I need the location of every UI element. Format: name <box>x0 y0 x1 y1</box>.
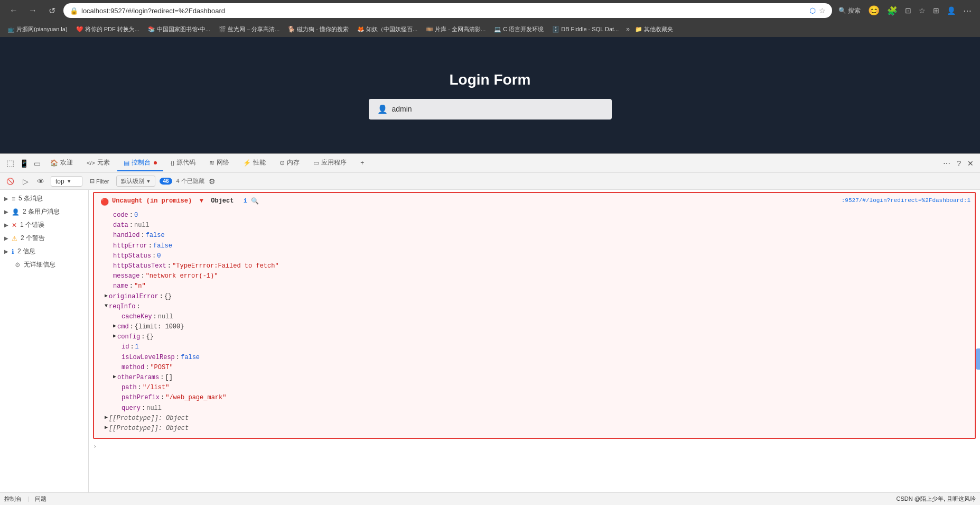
messages-count: 5 条消息 <box>18 194 43 203</box>
more-button[interactable]: ⋯ <box>961 4 974 18</box>
extensions-button[interactable]: 🧩 <box>885 4 900 18</box>
expand-proto1-icon[interactable]: ▶ <box>105 414 108 422</box>
error-icon: ✕ <box>12 222 17 229</box>
devtools-panel-btn[interactable]: ▭ <box>32 157 43 170</box>
sidebar-item-errors[interactable]: ▶ ✕ 1 个错误 <box>0 218 88 232</box>
verbose-count: 无详细信息 <box>24 260 55 269</box>
obj-field-data: data : null <box>105 221 968 231</box>
expand-otherParams-icon[interactable]: ▶ <box>113 373 116 381</box>
expand-errors-icon: ▶ <box>4 222 8 228</box>
profile-button[interactable]: 😊 <box>866 3 882 19</box>
expand-config-icon[interactable]: ▶ <box>113 332 116 341</box>
level-filter-btn[interactable]: 默认级别 ▼ <box>116 176 155 187</box>
tab-sources[interactable]: {} 源代码 <box>164 155 202 171</box>
bookmark-star[interactable]: ☆ <box>917 4 928 17</box>
star-icon[interactable]: ☆ <box>819 6 826 15</box>
expand-proto2-icon[interactable]: ▶ <box>105 424 108 432</box>
object-tree: code : 0 data : null handled <box>100 210 968 434</box>
sidebar-item-info[interactable]: ▶ ℹ 2 信息 <box>0 245 88 258</box>
sidebar-item-user-messages[interactable]: ▶ 👤 2 条用户消息 <box>0 205 88 218</box>
obj-field-originalError[interactable]: ▶ originalError : {} <box>105 292 968 302</box>
bookmark-7[interactable]: 💻 C 语言开发环境 <box>491 24 547 34</box>
page-content: Login Form 👤 admin <box>0 37 980 153</box>
status-problems-label[interactable]: 问题 <box>35 495 46 502</box>
bookmark-6[interactable]: 🎞️ 片库 - 全网高清影... <box>423 24 489 34</box>
level-filter-container: 默认级别 ▼ <box>116 176 155 187</box>
tab-performance[interactable]: ⚡ 性能 <box>237 155 272 171</box>
devtools-toolbar-actions: ⋯ ? ✕ <box>941 157 976 170</box>
tab-network[interactable]: ≋ 网络 <box>203 155 236 171</box>
filter-button[interactable]: ⊟ Filter <box>87 177 112 186</box>
obj-field-httpStatusText: httpStatusText : "TypeErrror:Failed to f… <box>105 261 968 271</box>
tab-elements[interactable]: </> 元素 <box>80 155 116 171</box>
bookmark-0[interactable]: 📺 片源网(pianyuan.la) <box>4 24 71 34</box>
obj-field-id: id : 1 <box>113 342 968 352</box>
bookmark-2[interactable]: 📚 中国国家图书馆•中... <box>145 24 213 34</box>
devtools-help-btn[interactable]: ? <box>955 157 963 170</box>
verbose-icon: ⚙ <box>15 261 21 269</box>
search-button[interactable]: 🔍 搜索 <box>836 4 863 17</box>
account-button[interactable]: 👤 <box>945 4 958 17</box>
tab-application[interactable]: ▭ 应用程序 <box>307 155 353 171</box>
console-eye-btn[interactable]: 👁 <box>35 175 46 188</box>
expand-originalError-icon[interactable]: ▶ <box>105 292 108 300</box>
devtools-inspect-btn[interactable]: ⬚ <box>4 156 16 170</box>
reload-button[interactable]: ↺ <box>44 3 59 18</box>
warnings-count: 2 个警告 <box>21 234 45 243</box>
sidebar-button[interactable]: ⊡ <box>903 4 913 17</box>
expand-cmd-icon[interactable]: ▶ <box>113 322 116 330</box>
bookmark-8[interactable]: 🗄️ DB Fiddle - SQL Dat... <box>549 25 622 34</box>
obj-field-query: query : null <box>113 403 968 414</box>
collections-button[interactable]: ⊞ <box>931 4 941 17</box>
elements-icon: </> <box>87 160 95 166</box>
status-console-label[interactable]: 控制台 <box>4 495 22 502</box>
devtools-device-btn[interactable]: 📱 <box>17 157 31 170</box>
obj-prototype-2[interactable]: ▶ [[Prototype]]: Object <box>105 424 968 434</box>
error-type-label: Uncaught (in promise) ▼ Object i <box>112 197 247 205</box>
sidebar-item-verbose[interactable]: ⚙ 无详细信息 <box>0 258 88 271</box>
devtools-more-btn[interactable]: ⋯ <box>941 157 953 170</box>
bookmark-1[interactable]: ❤️ 将你的 PDF 转换为... <box>73 24 143 34</box>
error-entry: 🔴 Uncaught (in promise) ▼ Object i :9527… <box>93 192 976 439</box>
expand-warnings-icon: ▶ <box>4 235 8 241</box>
obj-field-message: message : "network error(-1)" <box>105 271 968 281</box>
console-filter-toggle-btn[interactable]: ▷ <box>21 175 31 188</box>
devtools-tab-bar: ⬚ 📱 ▭ 🏠 欢迎 </> 元素 ▤ 控制台 {} 源代码 ≋ 网络 ⚡ 性能 <box>0 154 980 173</box>
console-output[interactable]: 🔴 Uncaught (in promise) ▼ Object i :9527… <box>89 190 980 492</box>
devtools-close-btn[interactable]: ✕ <box>965 157 976 170</box>
obj-prototype-1[interactable]: ▶ [[Prototype]]: Object <box>105 414 968 424</box>
bookmark-other[interactable]: 📁 其他收藏夹 <box>632 24 676 34</box>
top-context-selector[interactable]: top ▼ <box>51 176 82 187</box>
forward-button[interactable]: → <box>25 3 40 18</box>
bookmark-5[interactable]: 🦊 知妖（中国妖怪百... <box>354 24 421 34</box>
level-dropdown-icon: ▼ <box>146 179 151 184</box>
errors-count: 1 个错误 <box>20 221 44 229</box>
tab-add[interactable]: + <box>354 156 370 171</box>
scroll-indicator <box>976 348 980 370</box>
expand-reqInfo-icon[interactable]: ▼ <box>105 302 108 310</box>
obj-field-cmd[interactable]: ▶ cmd : {limit: 1000} <box>113 322 968 332</box>
network-icon: ≋ <box>209 159 214 167</box>
login-input-container: 👤 admin <box>369 99 612 120</box>
error-circle-icon: 🔴 <box>100 198 109 206</box>
bookmark-4[interactable]: 🐕 磁力狗 - 懂你的搜索 <box>285 24 352 34</box>
obj-field-otherParams[interactable]: ▶ otherParams : [] <box>113 373 968 383</box>
obj-field-config[interactable]: ▶ config : {} <box>113 332 968 342</box>
console-settings-gear[interactable]: ⚙ <box>209 177 216 186</box>
obj-field-isLowLevelResp: isLowLevelResp : false <box>113 353 968 363</box>
console-clear-btn[interactable]: 🚫 <box>4 176 16 187</box>
performance-icon: ⚡ <box>243 159 251 167</box>
error-source-link[interactable]: :9527/#/login?redirect=%2Fdashboard:1 <box>842 197 970 204</box>
address-bar[interactable]: 🔒 localhost:9527/#/login?redirect=%2Fdas… <box>63 3 832 18</box>
tab-welcome[interactable]: 🏠 欢迎 <box>44 155 79 171</box>
bookmark-3[interactable]: 🎬 蓝光网 – 分享高清... <box>216 24 283 34</box>
error-header: 🔴 Uncaught (in promise) ▼ Object i :9527… <box>100 197 968 206</box>
back-button[interactable]: ← <box>6 3 21 18</box>
obj-field-reqInfo[interactable]: ▼ reqInfo : <box>105 302 968 312</box>
sidebar-item-messages[interactable]: ▶ ≡ 5 条消息 <box>0 192 88 205</box>
search-icon-small[interactable]: 🔍 <box>251 197 259 205</box>
sidebar-item-warnings[interactable]: ▶ ⚠ 2 个警告 <box>0 232 88 245</box>
tab-memory[interactable]: ⊙ 内存 <box>273 155 306 171</box>
filter-icon: ⊟ <box>90 178 95 185</box>
tab-console[interactable]: ▤ 控制台 <box>117 155 163 171</box>
